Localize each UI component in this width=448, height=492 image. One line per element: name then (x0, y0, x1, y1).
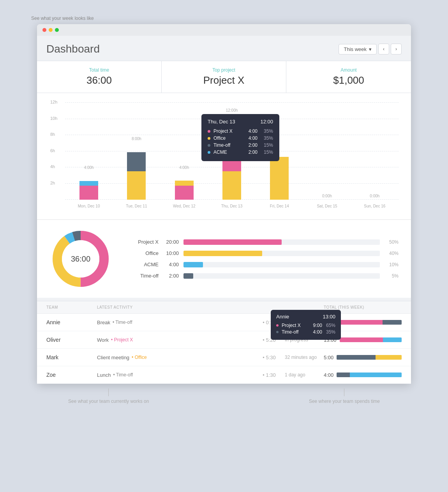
team-bar-segment (340, 337, 383, 342)
total-col: 5:00 (324, 355, 402, 360)
tooltip-project-time: 4:00 (249, 135, 258, 141)
bar-segment (175, 181, 194, 185)
team-rows: Annie Break • Time-off • 0:10 In progres… (37, 314, 411, 384)
next-week-button[interactable]: › (391, 44, 402, 54)
chart-tooltip: Thu, Dec 13 12:00 Project X 4:00 35% Off… (201, 114, 279, 161)
bar-total-label: 4:00h (84, 165, 94, 170)
col-blank1 (254, 305, 285, 309)
tooltip-date: Thu, Dec 13 (208, 119, 235, 125)
project-bar-track (183, 262, 380, 267)
tooltip-rows: Project X 4:00 35% Office 4:00 35% Time-… (208, 128, 273, 155)
activity-tag: • Time-off (113, 320, 132, 325)
team-duration: • 5:30 (254, 355, 285, 360)
team-row: Zoe Lunch • Time-off • 1:30 1 day ago 4:… (37, 366, 411, 384)
team-tooltip-row: Project X 9:00 65% (276, 323, 335, 328)
team-bar-segment (376, 355, 402, 360)
tooltip-project-pct: 35% (262, 135, 273, 141)
team-tooltip-time: 9:00 (313, 323, 322, 328)
col-team: TEAM (46, 305, 97, 309)
project-bar-track (183, 273, 380, 279)
project-name: Office (127, 250, 159, 256)
total-time-label: Total time (46, 67, 152, 73)
amount-label: Amount (296, 67, 402, 73)
team-activity: Client meeting • Office (97, 355, 254, 360)
team-member-name: Mark (46, 354, 97, 360)
week-selector-button[interactable]: This week ▾ (339, 44, 377, 54)
project-pct: 10% (385, 262, 399, 267)
stat-total-time: Total time 36:00 (37, 61, 162, 93)
project-bar-row: Time-off 2:00 5% (127, 273, 399, 279)
outer-label-top: See what your week looks like (31, 16, 94, 21)
tooltip-dot (208, 151, 210, 154)
browser-titlebar (37, 24, 411, 36)
day-label: Tue, Dec 11 (126, 204, 147, 208)
team-tooltip-name: Annie (276, 314, 289, 320)
tooltip-project-name: Time-off (213, 142, 249, 148)
page-title: Dashboard (46, 43, 100, 55)
tooltip-project-time: 2:00 (249, 149, 258, 155)
activity-text: Lunch (97, 372, 111, 378)
bar-total-label: 8:00h (132, 137, 141, 141)
fullscreen-dot[interactable] (55, 28, 59, 32)
team-total: 5:00 (324, 355, 333, 360)
bottom-line-right (344, 388, 344, 396)
team-tooltip-project: Project X (282, 323, 313, 328)
minimize-dot[interactable] (49, 28, 53, 32)
col-activity: LATEST ACTIVITY (97, 305, 254, 309)
activity-text: Break (97, 320, 110, 325)
team-row: Mark Client meeting • Office • 5:30 32 m… (37, 349, 411, 366)
bar-segment (270, 157, 289, 200)
team-duration: • 1:30 (254, 372, 285, 378)
team-row: Annie Break • Time-off • 0:10 In progres… (37, 314, 411, 331)
project-bar-fill (183, 273, 193, 279)
tooltip-project-pct: 35% (262, 128, 273, 134)
team-tooltip-header: Annie 13:00 (276, 314, 335, 320)
team-status: 32 minutes ago (285, 355, 324, 360)
project-bar-row: ACME 4:00 10% (127, 262, 399, 267)
project-pct: 5% (385, 273, 399, 279)
bar-segment (222, 171, 241, 200)
donut-label: 36:00 (71, 255, 90, 264)
team-status: 1 day ago (285, 372, 324, 378)
summary-section: 36:00 Project X 20:00 50% Office 10:00 4… (37, 220, 411, 298)
tooltip-row: Time-off 2:00 15% (208, 142, 273, 148)
tooltip-dot (208, 144, 210, 147)
project-bar-fill (183, 251, 262, 256)
week-nav: This week ▾ ‹ › (339, 44, 402, 54)
day-group: 0:00hSun, Dec 16 (351, 102, 399, 200)
bar-stack (127, 142, 146, 200)
tooltip-header: Thu, Dec 13 12:00 (208, 119, 273, 125)
bottom-labels: See what your team currently works on Se… (37, 384, 411, 404)
bottom-label-left: See what your team currently works on (68, 388, 149, 404)
project-time: 20:00 (163, 239, 179, 245)
team-tooltip-pct: 65% (326, 323, 335, 328)
project-name: ACME (127, 262, 159, 267)
project-time: 4:00 (163, 262, 179, 267)
bar-stack (79, 171, 98, 200)
prev-week-button[interactable]: ‹ (378, 44, 389, 54)
donut-chart: 36:00 (49, 228, 112, 290)
team-bar-segment (337, 355, 376, 360)
tooltip-total: 12:00 (260, 119, 273, 125)
tooltip-project-time: 2:00 (249, 142, 258, 148)
team-bar-track (340, 337, 402, 342)
team-tooltip-row: Time-off 4:00 35% (276, 329, 335, 335)
day-group: 4:00hWed, Dec 12 (161, 102, 208, 200)
team-bar-track (337, 355, 402, 360)
total-time-value: 36:00 (46, 74, 152, 86)
tooltip-project-pct: 15% (262, 142, 273, 148)
tooltip-project-name: Office (213, 135, 249, 141)
chart-section: 12h 10h 8h 6h 4h 2h 4:00hMon, Dec 108:00… (37, 93, 411, 219)
activity-tag: • Time-off (113, 372, 133, 378)
team-activity: Work • Project X (97, 337, 254, 343)
bottom-line-left (108, 388, 109, 396)
tooltip-project-name: Project X (213, 128, 249, 134)
bar-stack (175, 171, 194, 200)
activity-tag: • Office (132, 355, 147, 360)
project-name: Time-off (127, 273, 159, 279)
team-tooltip-project: Time-off (282, 329, 313, 335)
bar-segment (79, 186, 98, 200)
close-dot[interactable] (42, 28, 46, 32)
stat-top-project: Top project Project X (162, 61, 286, 93)
bar-chart: 12h 10h 8h 6h 4h 2h 4:00hMon, Dec 108:00… (49, 102, 399, 211)
